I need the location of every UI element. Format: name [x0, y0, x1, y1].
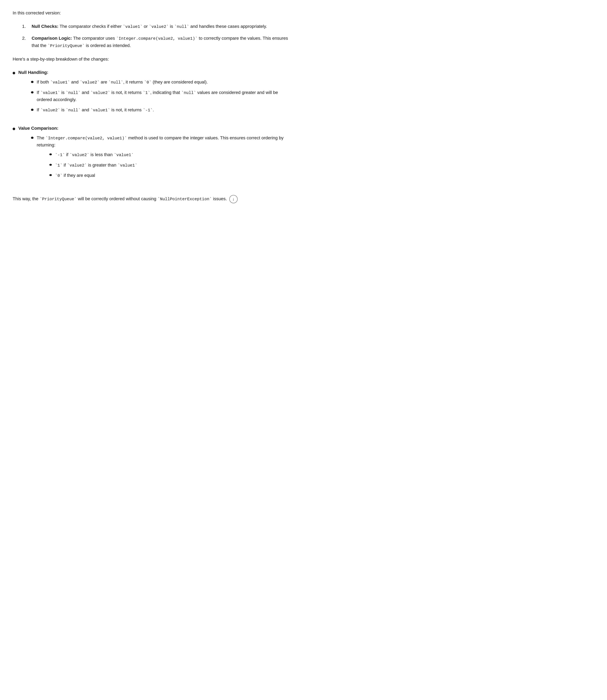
value-comparison-item-1: The `Integer.compare(value2, value1)` me…: [31, 135, 291, 184]
list-item-2: 2. Comparison Logic: The comparator uses…: [22, 35, 291, 49]
list-num-1: 1.: [22, 23, 28, 30]
code-v2-n1: `value2`: [80, 80, 100, 85]
code-1-n2: `1`: [143, 90, 150, 95]
vc-dot-1: [31, 137, 34, 139]
deep-dot-1: [49, 153, 52, 155]
list-text-2c: is ordered as intended.: [85, 43, 131, 48]
deep-item-1: `-1` if `value2` is less than `value1`: [49, 151, 291, 159]
scroll-down-icon[interactable]: ↓: [229, 195, 237, 203]
vc-text-1: The `Integer.compare(value2, value1)` me…: [37, 136, 284, 148]
code-0-n1: `0`: [144, 80, 151, 85]
code-null-1: `null`: [174, 24, 189, 29]
value-comparison-dot: [13, 128, 15, 130]
deep-text-1: `-1` if `value2` is less than `value1`: [55, 151, 133, 159]
code-v1-d2: `value1`: [118, 163, 138, 168]
list-content-2: Comparison Logic: The comparator uses `I…: [32, 35, 291, 49]
deep-dot-3: [49, 174, 52, 176]
null-handling-item-2: If `value1` is `null` and `value2` is no…: [31, 89, 291, 103]
nested-text-3: If `value2` is `null` and `value1` is no…: [37, 106, 154, 114]
code-npe-final: `NullPointerException`: [158, 197, 212, 202]
code-compare-vc: `Integer.compare(value2, value1)`: [45, 136, 127, 141]
list-num-2: 2.: [22, 35, 28, 49]
code-1-d2: `1`: [55, 163, 62, 168]
code-value1-1: `value1`: [123, 24, 143, 29]
intro-text: In this corrected version:: [13, 9, 291, 17]
value-comparison-header: Value Comparison: The `Integer.compare(v…: [13, 125, 291, 189]
code-v1-n2: `value1`: [40, 90, 60, 95]
list-text-1d: and handles these cases appropriately.: [189, 24, 267, 29]
list-content-1: Null Checks: The comparator checks if ei…: [32, 23, 291, 30]
code-v1-d1: `value1`: [114, 152, 133, 157]
code-null-n2b: `null`: [181, 90, 196, 95]
code-v2-n2: `value2`: [90, 90, 110, 95]
list-label-1: Null Checks:: [32, 24, 59, 29]
null-handling-label: Null Handling:: [18, 70, 48, 75]
nested-text-2: If `value1` is `null` and `value2` is no…: [37, 89, 291, 103]
code-v2-d2: `value2`: [67, 163, 87, 168]
list-text-1b: or: [143, 24, 149, 29]
code-v2-n3: `value2`: [40, 108, 60, 112]
null-handling-header: Null Handling: If both `value1` and `val…: [13, 69, 291, 118]
nested-dot-2: [31, 91, 34, 94]
value-comparison-nested-list: The `Integer.compare(value2, value1)` me…: [18, 135, 291, 184]
code-v2-d1: `value2`: [69, 152, 89, 157]
list-text-1c: is: [169, 24, 174, 29]
nested-text-1: If both `value1` and `value2` are `null`…: [37, 79, 208, 86]
null-handling-content: Null Handling: If both `value1` and `val…: [18, 69, 291, 118]
code-neg1-d1: `-1`: [55, 152, 65, 157]
nested-dot-1: [31, 81, 34, 83]
list-text-1a: The comparator checks if either: [60, 24, 123, 29]
deep-text-3: `0` if they are equal: [55, 172, 95, 179]
null-handling-dot: [13, 72, 15, 74]
list-item-1: 1. Null Checks: The comparator checks if…: [22, 23, 291, 30]
code-null-n1: `null`: [108, 80, 123, 85]
code-v1-n3: `value1`: [90, 108, 110, 112]
null-handling-nested-list: If both `value1` and `value2` are `null`…: [18, 79, 291, 114]
deep-item-2: `1` if `value2` is greater than `value1`: [49, 162, 291, 169]
section-null-handling: Null Handling: If both `value1` and `val…: [13, 69, 291, 118]
final-text: This way, the `PriorityQueue` will be co…: [13, 195, 291, 203]
section-value-comparison: Value Comparison: The `Integer.compare(v…: [13, 125, 291, 189]
final-text-3: issues.: [212, 196, 227, 201]
deep-item-3: `0` if they are equal: [49, 172, 291, 179]
deep-dot-2: [49, 164, 52, 166]
vc-content-1: The `Integer.compare(value2, value1)` me…: [37, 135, 291, 184]
null-handling-item-1: If both `value1` and `value2` are `null`…: [31, 79, 291, 86]
code-v1-n1: `value1`: [50, 80, 70, 85]
final-text-2: will be correctly ordered without causin…: [77, 196, 158, 201]
code-value2-1: `value2`: [149, 24, 169, 29]
code-neg1-n3: `-1`: [143, 108, 153, 112]
deep-nested-list: `-1` if `value2` is less than `value1` `…: [37, 151, 291, 179]
nested-dot-3: [31, 109, 34, 111]
code-0-d3: `0`: [55, 173, 62, 178]
value-comparison-content: Value Comparison: The `Integer.compare(v…: [18, 125, 291, 189]
code-compare-2: `Integer.compare(value2, value1)`: [116, 36, 197, 41]
code-null-n3: `null`: [66, 108, 81, 112]
list-label-2: Comparison Logic:: [32, 36, 72, 41]
code-null-n2: `null`: [66, 90, 81, 95]
null-handling-item-3: If `value2` is `null` and `value1` is no…: [31, 106, 291, 114]
code-pq-2: `PriorityQueue`: [47, 43, 85, 48]
code-pq-final: `PriorityQueue`: [40, 197, 77, 202]
list-text-2a: The comparator uses: [73, 36, 116, 41]
deep-text-2: `1` if `value2` is greater than `value1`: [55, 162, 138, 169]
final-text-1: This way, the: [13, 196, 40, 201]
step-intro: Here's a step-by-step breakdown of the c…: [13, 56, 291, 63]
ordered-list: 1. Null Checks: The comparator checks if…: [13, 23, 291, 49]
value-comparison-label: Value Comparison:: [18, 126, 59, 131]
